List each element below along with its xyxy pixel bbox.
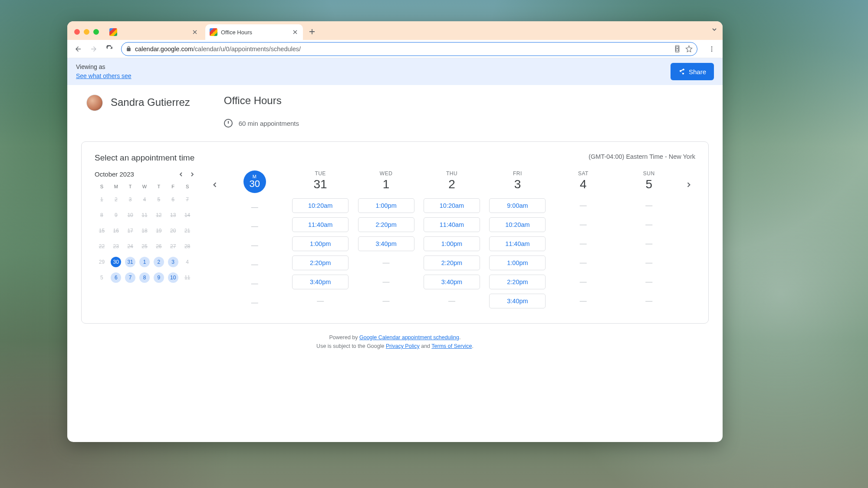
install-app-icon[interactable] bbox=[674, 45, 681, 52]
day-number-label: 5 bbox=[643, 177, 655, 191]
minical-day: 8 bbox=[96, 210, 107, 220]
minical-day: 13 bbox=[168, 210, 178, 220]
day-header[interactable]: FRI3 bbox=[513, 170, 522, 191]
window-controls bbox=[71, 29, 102, 40]
no-slot-indicator: — bbox=[580, 236, 587, 251]
day-of-week-label: SAT bbox=[578, 170, 589, 177]
back-button[interactable] bbox=[72, 43, 85, 56]
time-slot-button[interactable]: 1:00pm bbox=[358, 198, 414, 213]
reload-button[interactable] bbox=[103, 43, 116, 56]
time-slot-button[interactable]: 11:40am bbox=[292, 217, 349, 232]
time-slot-button[interactable]: 11:40am bbox=[424, 217, 480, 232]
address-bar[interactable]: calendar.google.com/calendar/u/0/appoint… bbox=[121, 42, 697, 56]
new-tab-button[interactable] bbox=[306, 25, 319, 38]
window-minimize-icon[interactable] bbox=[84, 29, 89, 35]
close-icon[interactable] bbox=[191, 29, 198, 36]
time-slot-button[interactable]: 3:40pm bbox=[489, 294, 546, 308]
browser-menu-button[interactable] bbox=[705, 43, 718, 56]
time-slot-button[interactable]: 3:40pm bbox=[358, 236, 414, 251]
lock-icon bbox=[126, 46, 132, 52]
minical-day[interactable]: 3 bbox=[168, 257, 178, 267]
day-number-label: 31 bbox=[314, 177, 327, 191]
minical-dow: S bbox=[95, 184, 109, 189]
close-icon[interactable] bbox=[292, 29, 299, 36]
time-slot-button[interactable]: 2:20pm bbox=[424, 255, 480, 270]
day-column: FRI39:00am10:20am11:40am1:00pm2:20pm3:40… bbox=[486, 170, 549, 310]
mini-calendar: October 2023 SMTWTFS12345678910111213141… bbox=[95, 170, 194, 310]
minical-day[interactable]: 6 bbox=[111, 272, 121, 283]
minical-day[interactable]: 9 bbox=[154, 272, 164, 283]
day-of-week-label: WED bbox=[380, 170, 393, 177]
minical-day: 5 bbox=[154, 194, 164, 205]
duration-label: 60 min appointments bbox=[239, 120, 299, 127]
minical-day[interactable]: 10 bbox=[168, 272, 178, 283]
window-maximize-icon[interactable] bbox=[93, 29, 99, 35]
month-label: October 2023 bbox=[95, 170, 134, 178]
next-month-button[interactable] bbox=[190, 172, 194, 177]
svg-point-1 bbox=[711, 48, 713, 49]
terms-link[interactable]: Terms of Service bbox=[431, 343, 472, 349]
day-of-week-label: TUE bbox=[314, 170, 327, 177]
privacy-policy-link[interactable]: Privacy Policy bbox=[386, 343, 420, 349]
no-slot-indicator: — bbox=[645, 294, 652, 308]
day-of-week-label: THU bbox=[446, 170, 457, 177]
minical-day: 11 bbox=[139, 210, 150, 220]
day-header[interactable]: THU2 bbox=[446, 170, 457, 191]
no-slot-indicator: — bbox=[645, 275, 652, 289]
day-header[interactable]: SUN5 bbox=[643, 170, 655, 191]
time-slot-button[interactable]: 9:00am bbox=[489, 198, 546, 213]
day-header[interactable]: SAT4 bbox=[578, 170, 589, 191]
share-icon bbox=[678, 68, 685, 75]
no-slot-indicator: — bbox=[448, 294, 455, 308]
no-slot-indicator: — bbox=[580, 255, 587, 270]
forward-button[interactable] bbox=[87, 43, 100, 56]
day-header[interactable]: M30 bbox=[243, 170, 266, 193]
bookmark-icon[interactable] bbox=[685, 45, 693, 52]
time-slot-button[interactable]: 3:40pm bbox=[292, 275, 349, 289]
minical-day[interactable]: 7 bbox=[125, 272, 135, 283]
minical-day: 29 bbox=[96, 257, 107, 267]
page-header: Sandra Gutierrez Office Hours 60 min app… bbox=[67, 85, 723, 132]
time-slot-button[interactable]: 1:00pm bbox=[424, 236, 480, 251]
day-of-week-label: FRI bbox=[513, 170, 522, 177]
time-slot-button[interactable]: 10:20am bbox=[424, 198, 480, 213]
week-view: M30——————TUE3110:20am11:40am1:00pm2:20pm… bbox=[208, 170, 695, 310]
tabs-overflow-button[interactable] bbox=[711, 26, 717, 33]
time-slot-button[interactable]: 2:20pm bbox=[292, 255, 349, 270]
minical-day[interactable]: 2 bbox=[154, 257, 164, 267]
day-header[interactable]: TUE31 bbox=[314, 170, 327, 191]
time-slot-button[interactable]: 3:40pm bbox=[424, 275, 480, 289]
minical-day[interactable]: 8 bbox=[139, 272, 150, 283]
time-slot-button[interactable]: 1:00pm bbox=[292, 236, 349, 251]
prev-week-button[interactable] bbox=[208, 178, 221, 191]
timezone-label: (GMT-04:00) Eastern Time - New York bbox=[589, 153, 695, 160]
share-button[interactable]: Share bbox=[671, 63, 714, 80]
gcal-scheduling-link[interactable]: Google Calendar appointment scheduling bbox=[359, 334, 459, 341]
prev-month-button[interactable] bbox=[179, 172, 183, 177]
window-close-icon[interactable] bbox=[74, 29, 80, 35]
schedule-title: Office Hours bbox=[224, 95, 299, 107]
time-slot-button[interactable]: 10:20am bbox=[292, 198, 349, 213]
next-week-button[interactable] bbox=[682, 178, 695, 191]
minical-day: 25 bbox=[139, 241, 150, 252]
tab-1[interactable] bbox=[105, 24, 203, 40]
minical-day[interactable]: 30 bbox=[111, 257, 121, 267]
time-slot-button[interactable]: 11:40am bbox=[489, 236, 546, 251]
clock-icon bbox=[224, 119, 233, 128]
time-slot-button[interactable]: 10:20am bbox=[489, 217, 546, 232]
svg-point-0 bbox=[711, 46, 713, 48]
url-path: /calendar/u/0/appointments/schedules/ bbox=[193, 46, 301, 52]
minical-dow: M bbox=[109, 184, 123, 189]
minical-day[interactable]: 1 bbox=[139, 257, 150, 267]
time-slot-button[interactable]: 2:20pm bbox=[489, 275, 546, 289]
day-column: SUN5—————— bbox=[618, 170, 681, 310]
no-slot-indicator: — bbox=[251, 200, 258, 215]
minical-day: 3 bbox=[125, 194, 135, 205]
tab-2-active[interactable]: Office Hours bbox=[205, 24, 303, 40]
powered-by-label: Powered by bbox=[329, 334, 359, 341]
see-what-others-see-link[interactable]: See what others see bbox=[76, 72, 132, 79]
day-header[interactable]: WED1 bbox=[380, 170, 393, 191]
time-slot-button[interactable]: 1:00pm bbox=[489, 255, 546, 270]
time-slot-button[interactable]: 2:20pm bbox=[358, 217, 414, 232]
minical-day[interactable]: 31 bbox=[125, 257, 135, 267]
